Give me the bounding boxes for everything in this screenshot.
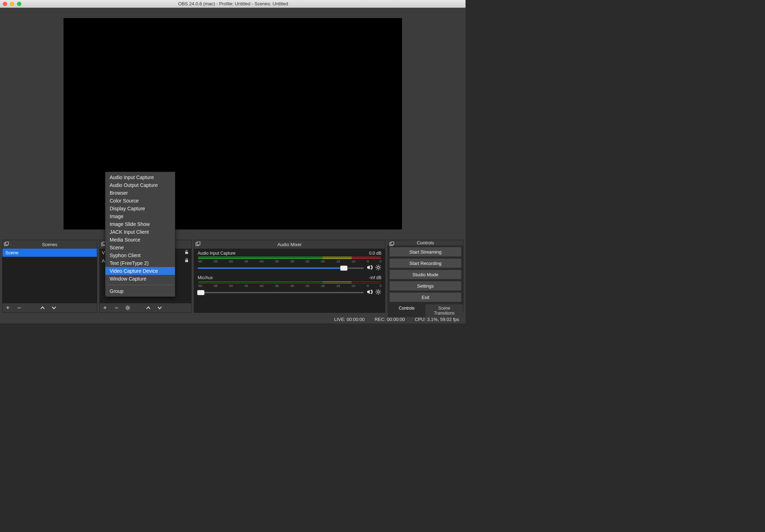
source-label: A	[102, 258, 105, 264]
level-meter: -60-55-50-45-40-35-30-25-20-15-10-50	[198, 281, 381, 288]
svg-line-12	[129, 309, 130, 310]
menu-item-audio-input-capture[interactable]: Audio Input Capture	[105, 173, 175, 181]
tab-scene-transitions[interactable]: Scene Transitions	[425, 304, 463, 317]
menu-item-image-slide-show[interactable]: Image Slide Show	[105, 220, 175, 228]
remove-scene-button[interactable]: −	[16, 305, 22, 311]
volume-slider[interactable]	[198, 267, 364, 269]
scene-item[interactable]: Scene	[2, 249, 97, 257]
add-source-context-menu[interactable]: Audio Input CaptureAudio Output CaptureB…	[105, 172, 175, 297]
popout-icon[interactable]	[196, 242, 200, 246]
speaker-icon[interactable]	[367, 289, 373, 296]
controls-title: Controls	[417, 240, 434, 245]
audio-mixer-panel: Audio Mixer Audio Input Capture 0.0 dB -…	[194, 240, 385, 313]
gear-icon[interactable]	[375, 289, 381, 296]
sources-toolbar: + −	[100, 303, 191, 312]
svg-line-22	[376, 265, 377, 266]
move-scene-up-button[interactable]	[39, 305, 46, 311]
svg-line-13	[126, 309, 127, 310]
menu-item-browser[interactable]: Browser	[105, 189, 175, 197]
svg-line-25	[380, 265, 380, 266]
titlebar: OBS 24.0.6 (mac) - Profile: Untitled - S…	[0, 0, 466, 8]
controls-header: Controls	[388, 240, 463, 245]
start-streaming-button[interactable]: Start Streaming	[389, 247, 462, 257]
speaker-icon[interactable]	[367, 264, 373, 272]
source-label: V	[102, 250, 105, 255]
svg-line-14	[129, 306, 130, 307]
svg-line-33	[376, 293, 377, 294]
scenes-header: Scenes	[2, 240, 97, 249]
volume-slider[interactable]	[198, 292, 364, 293]
svg-line-23	[380, 269, 380, 270]
scenes-title: Scenes	[42, 242, 57, 247]
menu-item-group[interactable]: Group	[105, 287, 175, 295]
status-cpu: CPU: 3.1%, 59.02 fps	[415, 317, 459, 322]
controls-tabs: ControlsScene Transitions	[388, 304, 463, 317]
window-title: OBS 24.0.6 (mac) - Profile: Untitled - S…	[4, 1, 463, 6]
app-body: Scenes Scene + − V	[0, 8, 466, 323]
svg-rect-5	[185, 260, 188, 262]
svg-rect-36	[391, 242, 394, 245]
move-source-up-button[interactable]	[145, 305, 152, 311]
scenes-panel: Scenes Scene + −	[2, 240, 97, 313]
status-rec: REC: 00:00:00	[375, 317, 405, 322]
docked-panels: Scenes Scene + − V	[0, 240, 466, 315]
mixer-header: Audio Mixer	[194, 240, 385, 249]
svg-rect-4	[185, 252, 188, 254]
svg-rect-16	[197, 242, 200, 245]
channel-name: Mic/Aux	[198, 275, 213, 280]
svg-line-32	[380, 293, 380, 294]
unlock-icon[interactable]	[184, 250, 189, 256]
remove-source-button[interactable]: −	[113, 305, 120, 311]
svg-rect-1	[6, 242, 9, 245]
popout-icon[interactable]	[389, 242, 394, 246]
channel-db: 0.0 dB	[369, 251, 381, 256]
controls-body: Start StreamingStart RecordingStudio Mod…	[388, 245, 463, 304]
channel-db: -inf dB	[369, 275, 381, 280]
controls-panel: Controls Start StreamingStart RecordingS…	[387, 240, 463, 313]
svg-point-6	[127, 307, 129, 309]
svg-point-17	[377, 266, 379, 268]
svg-line-31	[376, 290, 377, 290]
exit-button[interactable]: Exit	[389, 292, 462, 302]
menu-item-text-freetype-2-[interactable]: Text (FreeType 2)	[105, 259, 175, 267]
menu-item-color-source[interactable]: Color Source	[105, 197, 175, 205]
level-meter: -60-55-50-45-40-35-30-25-20-15-10-50	[198, 256, 381, 264]
scenes-list[interactable]: Scene	[2, 249, 97, 303]
mixer-channel: Mic/Aux -inf dB -60-55-50-45-40-35-30-25…	[198, 275, 381, 296]
svg-point-26	[377, 291, 379, 293]
svg-line-24	[376, 269, 377, 270]
scenes-toolbar: + −	[2, 303, 97, 312]
menu-item-display-capture[interactable]: Display Capture	[105, 205, 175, 212]
gear-icon[interactable]	[375, 264, 381, 272]
settings-button[interactable]: Settings	[389, 281, 462, 291]
lock-icon[interactable]	[184, 258, 189, 264]
menu-item-syphon-client[interactable]: Syphon Client	[105, 251, 175, 259]
add-scene-button[interactable]: +	[5, 305, 11, 311]
mixer-body: Audio Input Capture 0.0 dB -60-55-50-45-…	[194, 249, 385, 312]
preview-area	[0, 8, 466, 240]
menu-item-media-source[interactable]: Media Source	[105, 236, 175, 244]
menu-item-video-capture-device[interactable]: Video Capture Device	[105, 267, 175, 275]
menu-item-audio-output-capture[interactable]: Audio Output Capture	[105, 181, 175, 189]
move-source-down-button[interactable]	[156, 305, 163, 311]
menu-item-window-capture[interactable]: Window Capture	[105, 275, 175, 283]
mixer-title: Audio Mixer	[277, 242, 302, 247]
studio-mode-button[interactable]: Studio Mode	[389, 270, 462, 279]
status-live: LIVE: 00:00:00	[334, 317, 365, 322]
tab-controls[interactable]: Controls	[388, 304, 425, 317]
svg-line-34	[380, 290, 380, 290]
menu-item-jack-input-client[interactable]: JACK Input Client	[105, 228, 175, 236]
channel-name: Audio Input Capture	[198, 251, 236, 256]
menu-separator	[107, 285, 174, 285]
menu-item-image[interactable]: Image	[105, 212, 175, 220]
menu-item-scene[interactable]: Scene	[105, 244, 175, 251]
mixer-channel: Audio Input Capture 0.0 dB -60-55-50-45-…	[198, 251, 381, 272]
popout-icon[interactable]	[4, 242, 9, 246]
svg-line-11	[126, 306, 127, 307]
move-scene-down-button[interactable]	[51, 305, 57, 311]
source-properties-button[interactable]	[125, 305, 131, 311]
start-recording-button[interactable]: Start Recording	[389, 258, 462, 268]
add-source-button[interactable]: +	[102, 305, 108, 311]
